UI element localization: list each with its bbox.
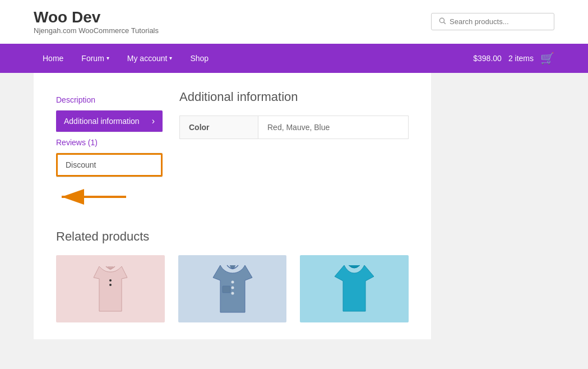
- site-branding: Woo Dev Njengah.com WooCommerce Tutorial…: [34, 9, 159, 35]
- page-body: Description Additional information › Rev…: [0, 73, 588, 339]
- product-image-3: [300, 255, 409, 322]
- svg-line-1: [444, 22, 446, 24]
- svg-point-8: [231, 292, 234, 294]
- cart-count: 2 items: [508, 54, 534, 63]
- site-title: Woo Dev: [34, 9, 159, 26]
- inner-content: Description Additional information › Rev…: [0, 73, 588, 339]
- nav-left: Home Forum ▾ My account ▾ Shop: [34, 44, 217, 73]
- svg-point-0: [439, 19, 444, 23]
- product-card-3[interactable]: [300, 255, 409, 322]
- search-bar[interactable]: [431, 13, 554, 30]
- table-value: Red, Mauve, Blue: [258, 116, 409, 139]
- nav-shop[interactable]: Shop: [181, 44, 217, 73]
- product-card-1[interactable]: [56, 255, 165, 322]
- info-table: Color Red, Mauve, Blue: [179, 116, 409, 139]
- tab-discount-link[interactable]: Discount: [66, 160, 96, 169]
- arrow-annotation: [56, 188, 163, 207]
- svg-point-6: [231, 280, 234, 283]
- product-card-2[interactable]: [178, 255, 287, 322]
- forum-dropdown-arrow: ▾: [107, 55, 109, 61]
- orange-arrow-icon: [56, 188, 129, 207]
- svg-point-4: [109, 279, 112, 282]
- search-icon: [438, 17, 446, 26]
- tab-column: Description Additional information › Rev…: [56, 90, 168, 207]
- nav-right: $398.00 2 items 🛒: [473, 52, 554, 65]
- related-title: Related products: [56, 229, 409, 244]
- myaccount-dropdown-arrow: ▾: [169, 55, 172, 61]
- tab-additional-info-link[interactable]: Additional information: [64, 117, 140, 126]
- site-subtitle: Njengah.com WooCommerce Tutorials: [34, 26, 159, 35]
- product-image-2: [178, 255, 287, 322]
- main-nav: Home Forum ▾ My account ▾ Shop $398.00 2…: [0, 44, 588, 73]
- tab-description[interactable]: Description: [56, 90, 163, 110]
- cart-icon[interactable]: 🛒: [540, 52, 554, 65]
- svg-point-7: [231, 286, 234, 289]
- tab-arrow-icon: ›: [152, 116, 155, 126]
- site-header: Woo Dev Njengah.com WooCommerce Tutorial…: [0, 0, 588, 44]
- tabs-list: Description Additional information › Rev…: [56, 90, 163, 177]
- svg-rect-9: [223, 286, 230, 293]
- table-key: Color: [180, 116, 258, 139]
- products-grid: [56, 255, 409, 322]
- info-column: Additional information Color Red, Mauve,…: [168, 90, 409, 207]
- related-products-section: Related products: [56, 229, 409, 322]
- product-image-1: [56, 255, 165, 322]
- table-row: Color Red, Mauve, Blue: [180, 116, 409, 139]
- cart-amount: $398.00: [473, 54, 502, 63]
- nav-home[interactable]: Home: [34, 44, 72, 73]
- search-input[interactable]: [450, 17, 547, 26]
- main-area: Description Additional information › Rev…: [34, 73, 431, 339]
- nav-forum[interactable]: Forum ▾: [72, 44, 118, 73]
- tab-description-link[interactable]: Description: [56, 95, 95, 104]
- tab-section: Description Additional information › Rev…: [56, 90, 409, 207]
- additional-info-title: Additional information: [179, 90, 409, 104]
- tab-reviews-link[interactable]: Reviews (1): [56, 138, 98, 147]
- tab-additional-info[interactable]: Additional information ›: [56, 110, 163, 132]
- tab-discount[interactable]: Discount: [56, 153, 163, 177]
- nav-my-account[interactable]: My account ▾: [118, 44, 182, 73]
- svg-point-5: [109, 284, 112, 286]
- tab-reviews[interactable]: Reviews (1): [56, 132, 163, 153]
